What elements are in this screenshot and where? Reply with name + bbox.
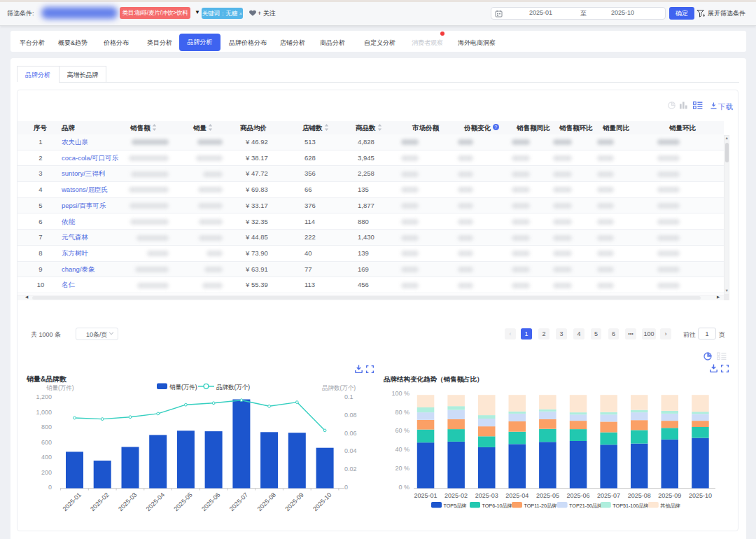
svg-text:品牌数(万个): 品牌数(万个) [216,384,250,391]
svg-text:600: 600 [41,439,52,446]
svg-text:2025-05: 2025-05 [536,492,559,499]
svg-text:0.1: 0.1 [344,393,354,400]
svg-text:2025-09: 2025-09 [658,492,681,499]
svg-text:2025-07: 2025-07 [597,492,620,499]
svg-text:TOP5品牌: TOP5品牌 [444,503,467,509]
svg-text:TOP6-10品牌: TOP6-10品牌 [482,503,512,509]
svg-text:2025-08: 2025-08 [628,492,651,499]
svg-text:2025-06: 2025-06 [200,491,221,512]
svg-text:80 %: 80 % [395,409,410,416]
svg-text:0: 0 [344,484,348,491]
svg-text:2025-06: 2025-06 [566,492,589,499]
svg-text:2025-10: 2025-10 [312,491,332,512]
svg-text:200: 200 [41,469,52,476]
svg-text:2025-07: 2025-07 [228,491,249,512]
svg-text:40 %: 40 % [395,446,410,453]
svg-text:2025-02: 2025-02 [444,492,468,499]
svg-text:0.04: 0.04 [344,447,357,454]
svg-text:品牌数(万个): 品牌数(万个) [322,384,356,391]
svg-text:2025-08: 2025-08 [256,491,277,512]
svg-text:0 %: 0 % [398,484,410,491]
svg-text:20 %: 20 % [395,465,410,472]
svg-text:100 %: 100 % [391,390,410,397]
svg-text:2025-02: 2025-02 [89,491,110,512]
svg-text:800: 800 [41,424,52,430]
svg-text:2025-03: 2025-03 [475,492,498,499]
svg-text:TOP51-100品牌: TOP51-100品牌 [612,503,648,509]
svg-text:销量(万件): 销量(万件) [46,384,74,391]
svg-text:400: 400 [41,454,52,461]
svg-text:TOP21-50品牌: TOP21-50品牌 [569,503,602,509]
svg-text:0.02: 0.02 [344,465,357,472]
svg-text:2025-04: 2025-04 [505,492,528,499]
svg-text:2025-09: 2025-09 [284,491,304,512]
svg-text:60 %: 60 % [395,427,410,434]
svg-text:0.06: 0.06 [344,430,357,437]
svg-text:2025-01: 2025-01 [61,491,82,512]
svg-text:2025-01: 2025-01 [414,492,437,499]
svg-text:2025-10: 2025-10 [689,492,712,499]
svg-text:0: 0 [48,484,52,491]
svg-text:销量(万件): 销量(万件) [169,384,197,391]
svg-text:2025-05: 2025-05 [172,491,193,512]
svg-text:0.08: 0.08 [344,412,357,419]
svg-text:1,200: 1,200 [36,393,52,400]
svg-text:1,000: 1,000 [36,409,52,416]
svg-text:其他品牌: 其他品牌 [660,503,680,509]
svg-text:2025-03: 2025-03 [117,491,138,512]
svg-text:TOP11-20品牌: TOP11-20品牌 [524,503,557,509]
svg-text:2025-04: 2025-04 [145,491,166,512]
